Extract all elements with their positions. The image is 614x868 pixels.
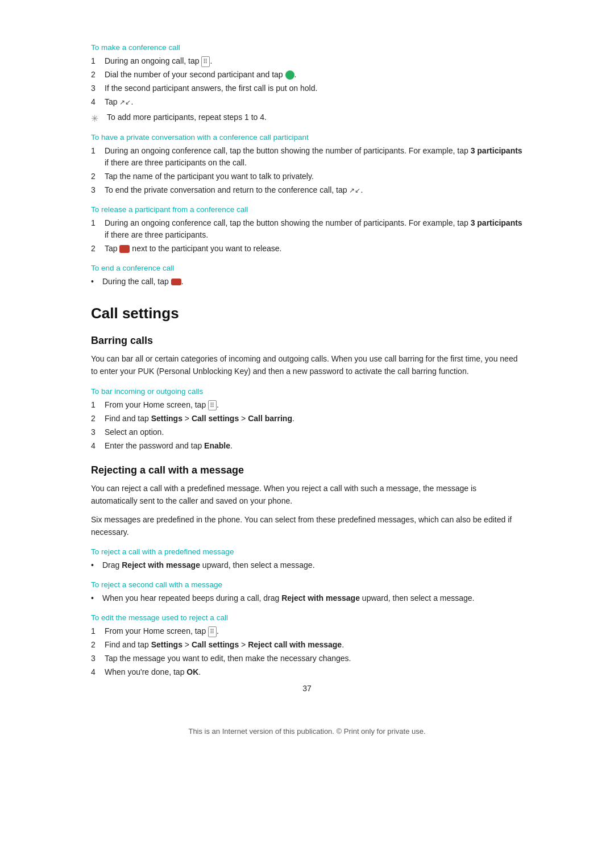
end-conference-section: To end a conference call • During the ca… [91,264,523,288]
rel-step-1: 1 During an ongoing conference call, tap… [91,217,523,241]
rejecting-call-subtitle: Rejecting a call with a message [91,464,523,476]
step-1: 1 During an ongoing call, tap ⠿. [91,55,523,67]
edit-step-3: 3 Tap the message you want to edit, then… [91,653,523,665]
edit-step-4: 4 When you're done, tap OK. [91,666,523,678]
bar-incoming-steps: 1 From your Home screen, tap ⠿. 2 Find a… [91,399,523,452]
release-participant-section: To release a participant from a conferen… [91,205,523,255]
phone-merge-icon-1: ↗↙ [119,97,131,107]
barring-calls-section: Barring calls You can bar all or certain… [91,335,523,452]
bar-step-1: 1 From your Home screen, tap ⠿. [91,399,523,411]
grid-icon-3: ⠿ [208,626,217,637]
bar-step-4: 4 Enter the password and tap Enable. [91,440,523,452]
edit-message-heading: To edit the message used to reject a cal… [91,613,523,622]
private-conversation-section: To have a private conversation with a co… [91,133,523,196]
page-content: To make a conference call 1 During an on… [0,0,614,781]
page-footer-note: This is an Internet version of this publ… [91,727,523,736]
step-4: 4 Tap ↗↙. [91,96,523,108]
green-call-icon [285,70,294,80]
edit-step-1: 1 From your Home screen, tap ⠿. [91,625,523,637]
reject-predefined-bullet: • Drag Reject with message upward, then … [91,559,523,571]
reject-predefined-heading: To reject a call with a predefined messa… [91,547,523,556]
rejecting-call-section: Rejecting a call with a message You can … [91,464,523,679]
call-settings-title: Call settings [91,305,523,322]
edit-step-2: 2 Find and tap Settings > Call settings … [91,639,523,651]
barring-calls-para: You can bar all or certain categories of… [91,352,523,378]
grid-icon-1: ⠿ [201,56,210,67]
priv-step-3: 3 To end the private conversation and re… [91,184,523,196]
barring-calls-subtitle: Barring calls [91,335,523,347]
reject-second-heading: To reject a second call with a message [91,580,523,589]
private-conversation-heading: To have a private conversation with a co… [91,133,523,142]
release-participant-heading: To release a participant from a conferen… [91,205,523,214]
step-3: 3 If the second participant answers, the… [91,82,523,94]
make-conference-call-steps: 1 During an ongoing call, tap ⠿. 2 Dial … [91,55,523,108]
page-number: 37 [91,684,523,693]
reject-second-bullet: • When you hear repeated beeps during a … [91,592,523,604]
phone-merge-icon-2: ↗↙ [349,185,360,196]
rejecting-call-para1: You can reject a call with a predefined … [91,482,523,508]
grid-icon-2: ⠿ [208,400,217,411]
tip-icon-1: ✳ [91,113,107,124]
priv-step-1: 1 During an ongoing conference call, tap… [91,145,523,169]
end-call-icon [171,279,181,285]
priv-step-2: 2 Tap the name of the participant you wa… [91,171,523,182]
make-conference-call-heading: To make a conference call [91,43,523,52]
reject-predefined-list: • Drag Reject with message upward, then … [91,559,523,571]
tip-block-1: ✳ To add more participants, repeat steps… [91,113,523,124]
person-x-icon [119,245,130,253]
step-2: 2 Dial the number of your second partici… [91,69,523,81]
bar-step-2: 2 Find and tap Settings > Call settings … [91,413,523,425]
rel-step-2: 2 Tap next to the participant you want t… [91,243,523,255]
bar-step-3: 3 Select an option. [91,426,523,438]
end-conference-bullet: • During the call, tap . [91,276,523,288]
end-conference-heading: To end a conference call [91,264,523,272]
edit-message-steps: 1 From your Home screen, tap ⠿. 2 Find a… [91,625,523,678]
reject-second-list: • When you hear repeated beeps during a … [91,592,523,604]
release-participant-steps: 1 During an ongoing conference call, tap… [91,217,523,255]
make-conference-call-section: To make a conference call 1 During an on… [91,43,523,124]
bar-incoming-heading: To bar incoming or outgoing calls [91,387,523,396]
rejecting-call-para2: Six messages are predefined in the phone… [91,513,523,539]
end-conference-list: • During the call, tap . [91,276,523,288]
tip-text-1: To add more participants, repeat steps 1… [107,113,267,122]
private-conversation-steps: 1 During an ongoing conference call, tap… [91,145,523,196]
